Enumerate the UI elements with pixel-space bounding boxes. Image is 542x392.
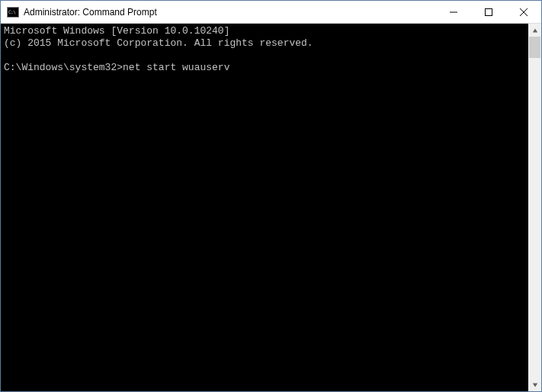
- terminal-line-copyright: (c) 2015 Microsoft Corporation. All righ…: [4, 37, 313, 49]
- scroll-up-button[interactable]: [528, 24, 541, 37]
- command-prompt-window: C:\ Administrator: Command Prompt Micros…: [0, 0, 542, 392]
- svg-rect-1: [486, 8, 492, 15]
- terminal-prompt: C:\Windows\system32>: [4, 62, 123, 73]
- vertical-scrollbar[interactable]: [528, 24, 541, 391]
- content-area: Microsoft Windows [Version 10.0.10240] (…: [1, 24, 541, 391]
- close-icon: [520, 8, 528, 16]
- close-button[interactable]: [506, 1, 541, 24]
- scroll-thumb[interactable]: [529, 37, 540, 58]
- maximize-icon: [485, 8, 492, 16]
- chevron-up-icon: [532, 27, 538, 34]
- cmd-icon: C:\: [7, 7, 19, 18]
- scroll-down-button[interactable]: [528, 378, 541, 391]
- terminal-output[interactable]: Microsoft Windows [Version 10.0.10240] (…: [1, 24, 528, 391]
- svg-marker-5: [532, 383, 537, 387]
- maximize-button[interactable]: [471, 1, 506, 24]
- minimize-button[interactable]: [436, 1, 471, 24]
- cmd-icon-text: C:\: [8, 10, 15, 14]
- minimize-icon: [450, 8, 457, 16]
- terminal-command: net start wuauserv: [123, 62, 229, 73]
- scroll-track[interactable]: [528, 37, 541, 378]
- window-title: Administrator: Command Prompt: [24, 7, 157, 18]
- titlebar[interactable]: C:\ Administrator: Command Prompt: [1, 1, 541, 24]
- terminal-line-version: Microsoft Windows [Version 10.0.10240]: [4, 25, 229, 37]
- svg-marker-4: [532, 28, 537, 32]
- chevron-down-icon: [532, 382, 538, 388]
